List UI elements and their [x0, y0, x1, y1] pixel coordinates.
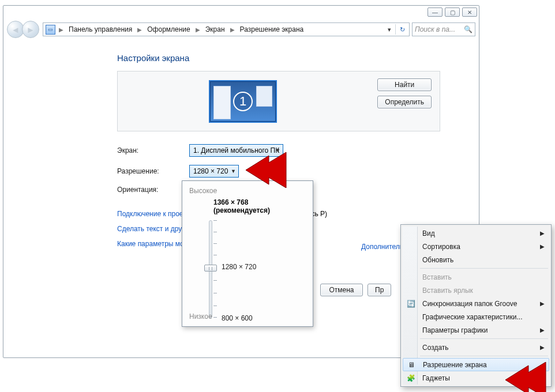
resolution-label: Разрешение: — [117, 167, 189, 175]
gadget-icon: 🧩 — [406, 374, 415, 383]
breadcrumb[interactable]: Экран — [201, 23, 229, 36]
resolution-dropdown[interactable]: 1280 × 720 ▼ — [189, 165, 239, 178]
context-menu-item[interactable]: 🧩Гаджеты — [403, 371, 549, 385]
search-icon: 🔍 — [464, 25, 472, 33]
context-menu-label: Разрешение экрана — [423, 361, 487, 369]
chevron-right-icon: ▶ — [540, 230, 545, 236]
context-menu-label: Гаджеты — [422, 374, 450, 382]
context-menu-label: Обновить — [422, 256, 453, 264]
chevron-right-icon: ▶ — [540, 300, 545, 307]
search-placeholder: Поиск в па... — [415, 25, 455, 33]
control-panel-icon: ▭ — [46, 25, 55, 35]
nav-forward-button[interactable]: ► — [22, 21, 39, 38]
projector-suffix: сь P) — [311, 210, 327, 218]
resolution-flyout: Высокое 1366 × 768 (рекомендуется) 1280 … — [182, 180, 313, 327]
cancel-button[interactable]: Отмена — [320, 284, 363, 296]
breadcrumb[interactable]: Оформление — [143, 23, 194, 36]
detect-button[interactable]: Определить — [377, 96, 432, 108]
chevron-right-icon: ▶ — [540, 327, 545, 333]
resolution-slider[interactable]: 1280 × 720 800 × 600 — [193, 220, 306, 318]
address-row: ◄ ► ▭ ▶ Панель управления ▶ Оформление ▶… — [3, 18, 479, 42]
context-menu-label: Синхронизация папок Groove — [422, 300, 518, 308]
monitor-number: 1 — [233, 92, 253, 111]
context-menu-separator — [420, 338, 548, 339]
desktop-context-menu: Вид▶Сортировка▶ОбновитьВставитьВставить … — [400, 224, 552, 387]
minimize-button[interactable]: ― — [427, 7, 442, 17]
context-menu-item[interactable]: Вид▶ — [403, 227, 549, 240]
context-menu-label: Сортировка — [422, 243, 460, 251]
display-label: Экран: — [117, 146, 189, 154]
context-menu-separator — [420, 356, 548, 356]
projector-link[interactable]: Подключение к проек — [117, 210, 186, 218]
flyout-recommended: 1366 × 768 (рекомендуется) — [213, 198, 306, 214]
chevron-right-icon: ▶ — [194, 27, 201, 33]
refresh-icon[interactable]: ↻ — [397, 26, 408, 33]
context-menu-item: Вставить — [403, 270, 549, 284]
context-menu-label: Вставить — [422, 273, 452, 281]
context-menu-label: Графические характеристики... — [422, 313, 522, 321]
dropdown-arrow-icon[interactable]: ▾ — [385, 26, 394, 33]
context-menu-item[interactable]: Сортировка▶ — [403, 240, 549, 253]
display-dropdown[interactable]: 1. Дисплей мобильного ПК ▼ — [189, 144, 283, 157]
dialog-bottom-buttons: Отмена Пр — [320, 284, 391, 296]
close-button[interactable]: ✕ — [462, 7, 477, 17]
window-caption-buttons: ― ▢ ✕ — [425, 5, 479, 19]
context-menu-item[interactable]: Графические характеристики... — [403, 310, 549, 323]
context-menu-label: Параметры графики — [422, 326, 488, 334]
breadcrumb[interactable]: Панель управления — [65, 23, 136, 36]
resolution-dropdown-value: 1280 × 720 — [193, 167, 228, 175]
maximize-button[interactable]: ▢ — [445, 7, 460, 17]
sync-icon: 🔄 — [406, 299, 415, 308]
page-title: Настройки экрана — [117, 53, 479, 63]
display-preview-box: 1 Найти Определить — [117, 71, 440, 131]
chevron-right-icon: ▶ — [58, 27, 65, 33]
flyout-low-label: Низкое — [189, 312, 212, 321]
find-button[interactable]: Найти — [377, 78, 432, 91]
address-bar[interactable]: ▭ ▶ Панель управления ▶ Оформление ▶ Экр… — [43, 22, 410, 36]
chevron-down-icon: ▼ — [231, 168, 236, 174]
breadcrumb[interactable]: Разрешение экрана — [236, 23, 308, 36]
context-menu-label: Вставить ярлык — [422, 287, 473, 295]
context-menu-item[interactable]: Параметры графики▶ — [403, 323, 549, 337]
display-dropdown-value: 1. Дисплей мобильного ПК — [193, 146, 279, 154]
search-input[interactable]: Поиск в па... 🔍 — [412, 22, 475, 36]
nav-buttons: ◄ ► — [7, 21, 40, 38]
context-menu-item[interactable]: 🖥Разрешение экрана — [403, 358, 549, 371]
slider-thumb[interactable] — [204, 265, 217, 272]
flyout-high-label: Высокое — [189, 187, 306, 195]
context-menu-item: Вставить ярлык — [403, 284, 549, 297]
apply-button[interactable]: Пр — [367, 284, 391, 296]
monitor-thumb[interactable]: 1 — [209, 80, 277, 123]
chevron-right-icon: ▶ — [136, 27, 143, 33]
context-menu-label: Создать — [422, 344, 449, 352]
chevron-right-icon: ▶ — [540, 344, 545, 350]
context-menu-item[interactable]: 🔄Синхронизация папок Groove▶ — [403, 297, 549, 310]
context-menu-item[interactable]: Обновить — [403, 253, 549, 266]
slider-current-label: 1280 × 720 — [222, 263, 256, 271]
context-menu-item[interactable]: Создать▶ — [403, 341, 549, 354]
monitor-icon: 🖥 — [407, 360, 416, 370]
chevron-right-icon: ▶ — [540, 243, 545, 250]
chevron-down-icon: ▼ — [275, 148, 280, 153]
chevron-right-icon: ▶ — [229, 27, 236, 33]
slider-min-label: 800 × 600 — [222, 314, 253, 322]
context-menu-separator — [420, 268, 548, 269]
orientation-label: Ориентация: — [117, 186, 189, 194]
context-menu-label: Вид — [422, 229, 435, 238]
